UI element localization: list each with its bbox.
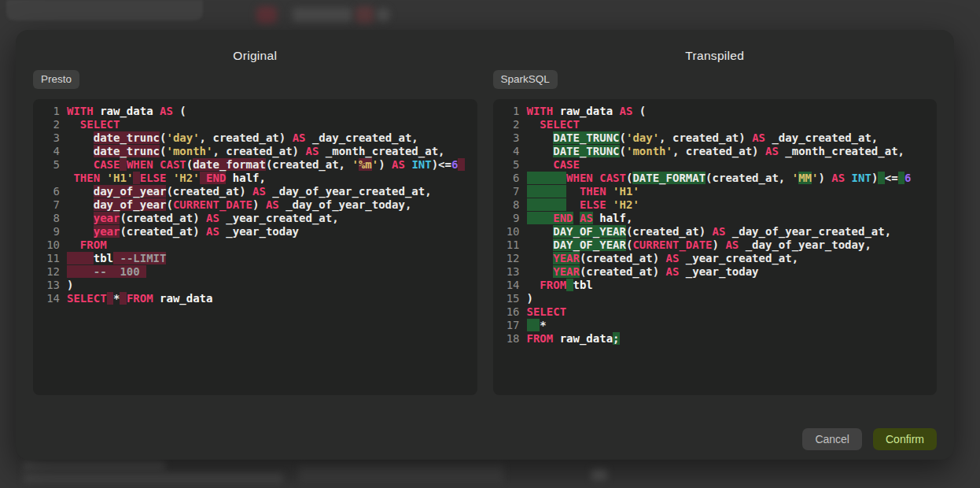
confirm-button[interactable]: Confirm — [873, 428, 937, 450]
code-line: 3 DATE_TRUNC('day', created_at) AS _day_… — [499, 131, 931, 145]
line-number: 2 — [39, 118, 60, 131]
line-number: 6 — [39, 185, 60, 198]
code-line: 3 date_trunc('day', created_at) AS _day_… — [39, 131, 471, 145]
code-line: 14SELECT * FROM raw_data — [39, 292, 471, 305]
code-line: 10 DAY_OF_YEAR(created_at) AS _day_of_ye… — [499, 225, 931, 238]
line-number: 1 — [39, 105, 60, 118]
line-number: 3 — [499, 131, 520, 145]
background-text-blur — [24, 461, 165, 471]
code-line: 7 THEN 'H1' — [499, 185, 931, 198]
line-number: 10 — [499, 225, 520, 238]
code-line: 13 YEAR(created_at) AS _year_today — [499, 265, 931, 279]
code-line: 8 ELSE 'H2' — [499, 198, 931, 212]
line-number: 8 — [499, 198, 520, 212]
line-number: 7 — [499, 185, 520, 198]
line-number: 8 — [39, 212, 60, 225]
transpiled-title: Transpiled — [493, 49, 938, 63]
line-number — [39, 172, 60, 185]
code-line: 12 -- 100 — [39, 265, 471, 279]
code-line: 18FROM raw_data; — [499, 332, 931, 346]
background-red-badge-blur — [256, 6, 277, 24]
line-number: 15 — [499, 292, 520, 305]
code-line: 17 * — [499, 319, 931, 332]
line-number: 10 — [39, 238, 60, 252]
line-number: 7 — [39, 198, 60, 212]
line-number: 3 — [39, 131, 60, 145]
line-number: 9 — [499, 212, 520, 225]
line-number: 14 — [499, 279, 520, 292]
line-number: 2 — [499, 118, 520, 131]
code-line: 5 CASE WHEN CAST(date_format(created_at,… — [39, 158, 471, 172]
code-line: 9 END AS half, — [499, 212, 931, 225]
line-number: 12 — [499, 252, 520, 265]
line-number: 6 — [499, 172, 520, 185]
code-line: 12 YEAR(created_at) AS _year_created_at, — [499, 252, 931, 265]
code-line: 10 FROM — [39, 238, 471, 252]
code-line: 1WITH raw_data AS ( — [39, 105, 471, 118]
code-line: 1WITH raw_data AS ( — [499, 105, 931, 118]
code-line: 16SELECT — [499, 305, 931, 319]
line-number: 18 — [499, 332, 520, 346]
line-number: 5 — [499, 158, 520, 172]
line-number: 4 — [499, 145, 520, 158]
code-line: 8 year(created_at) AS _year_created_at, — [39, 212, 471, 225]
code-line: 13) — [39, 279, 471, 292]
original-code-panel: 1WITH raw_data AS (2 SELECT3 date_trunc(… — [33, 99, 477, 395]
line-number: 17 — [499, 319, 520, 332]
line-number: 13 — [499, 265, 520, 279]
code-line: 6 WHEN CAST(DATE_FORMAT(created_at, 'MM'… — [499, 172, 931, 185]
background-label-blur — [293, 8, 352, 22]
background-toolbar-blur — [6, 0, 203, 20]
background-text-blur — [24, 473, 283, 482]
line-number: 11 — [39, 252, 60, 265]
line-number: 1 — [499, 105, 520, 118]
line-number: 5 — [39, 158, 60, 172]
line-number: 12 — [39, 265, 60, 279]
cancel-button[interactable]: Cancel — [802, 428, 862, 450]
code-line: 15) — [499, 292, 931, 305]
code-line: 2 SELECT — [499, 118, 931, 131]
code-line: 11 tbl --LIMIT — [39, 252, 471, 265]
target-dialect-badge: SparkSQL — [493, 70, 558, 89]
code-line: 6 day_of_year(created_at) AS _day_of_yea… — [39, 185, 471, 198]
transpiled-code-panel: 1WITH raw_data AS (2 SELECT3 DATE_TRUNC(… — [493, 99, 938, 395]
source-dialect-badge: Presto — [33, 70, 79, 89]
background-glyph-blur — [591, 469, 607, 480]
code-line: 11 DAY_OF_YEAR(CURRENT_DATE) AS _day_of_… — [499, 238, 931, 252]
background-icon-blur — [376, 8, 390, 22]
code-line: 4 date_trunc('month', created_at) AS _mo… — [39, 145, 471, 158]
line-number: 9 — [39, 225, 60, 238]
code-line: 5 CASE — [499, 158, 931, 172]
line-number: 4 — [39, 145, 60, 158]
background-text-blur — [299, 464, 503, 482]
code-line: 7 day_of_year(CURRENT_DATE) AS _day_of_y… — [39, 198, 471, 212]
line-number: 16 — [499, 305, 520, 319]
original-title: Original — [33, 49, 477, 63]
code-line: THEN 'H1' ELSE 'H2' END half, — [39, 172, 471, 185]
line-number: 11 — [499, 238, 520, 252]
line-number: 13 — [39, 279, 60, 292]
code-line: 4 DATE_TRUNC('month', created_at) AS _mo… — [499, 145, 931, 158]
code-line: 2 SELECT — [39, 118, 471, 131]
code-line: 14 FROM tbl — [499, 279, 931, 292]
code-line: 9 year(created_at) AS _year_today — [39, 225, 471, 238]
background-red-badge-blur — [356, 6, 374, 24]
line-number: 14 — [39, 292, 60, 305]
transpile-dialog: Original Transpiled Presto SparkSQL 1WIT… — [16, 30, 954, 460]
